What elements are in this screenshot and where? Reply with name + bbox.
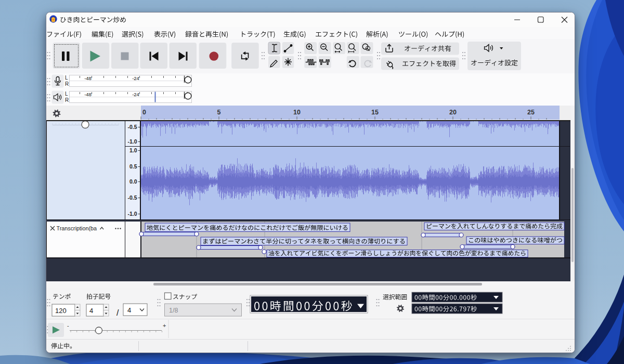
svg-text:R: R	[65, 97, 69, 103]
svg-text:25: 25	[527, 109, 535, 116]
svg-text:-0.5: -0.5	[127, 194, 137, 201]
svg-text:R: R	[65, 81, 69, 87]
svg-text:/: /	[116, 308, 119, 317]
svg-text:20: 20	[449, 109, 457, 116]
svg-text:1/8: 1/8	[169, 307, 178, 314]
svg-text:5: 5	[217, 109, 221, 116]
svg-text:+: +	[163, 322, 166, 329]
svg-text:-0.5: -0.5	[127, 124, 137, 130]
svg-text:10: 10	[293, 109, 301, 116]
svg-text:-1.0: -1.0	[127, 138, 137, 145]
svg-text:-48: -48	[84, 92, 92, 97]
svg-text:4: 4	[127, 306, 131, 314]
svg-text:0.5: 0.5	[129, 163, 137, 170]
svg-text:1.0: 1.0	[129, 147, 137, 153]
svg-text:Transcription(ba: Transcription(ba	[57, 225, 97, 231]
svg-text:0: 0	[142, 109, 146, 116]
svg-text:-: -	[67, 322, 69, 329]
svg-text:L: L	[65, 91, 68, 97]
svg-text:15: 15	[371, 109, 379, 116]
svg-text:-1.0: -1.0	[127, 211, 137, 217]
svg-text:L: L	[65, 75, 68, 81]
svg-text:0.0: 0.0	[129, 178, 137, 185]
svg-text:-48: -48	[84, 75, 92, 81]
svg-text:4: 4	[89, 307, 93, 315]
svg-text:-24: -24	[132, 75, 139, 81]
svg-text:120: 120	[55, 307, 67, 315]
svg-text:-24: -24	[132, 92, 139, 97]
